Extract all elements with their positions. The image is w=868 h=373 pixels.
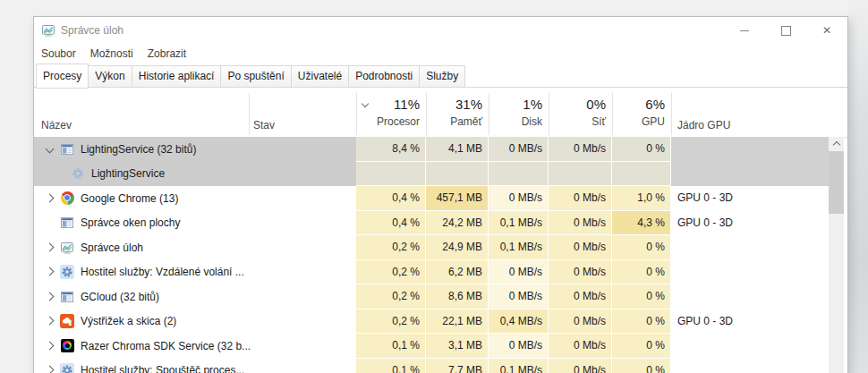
table-row[interactable]: Správce úloh0,2 %24,9 MB0,1 MB/s0 Mb/s0 …	[34, 235, 829, 260]
cell-network	[549, 162, 612, 187]
expand-chevron-icon[interactable]	[46, 366, 55, 373]
column-label-disk: Disk	[489, 112, 549, 128]
cell-network: 0 Mb/s	[549, 359, 612, 373]
expand-chevron-icon[interactable]	[46, 267, 55, 276]
tab-procesy[interactable]: Procesy	[36, 64, 89, 89]
process-name-cell[interactable]: GCloud (32 bitů)	[34, 284, 356, 309]
expand-chevron-icon[interactable]	[46, 242, 55, 251]
column-header-network[interactable]: 0%Síť	[549, 90, 612, 137]
menu-item-zobrazit[interactable]: Zobrazit	[140, 47, 193, 60]
table-row[interactable]: Google Chrome (13)0,4 %457,1 MB0 MB/s0 M…	[34, 186, 829, 211]
process-name: Google Chrome (13)	[81, 192, 178, 205]
table-row[interactable]: Hostitel služby: Spouštěč proces...0,1 %…	[34, 359, 829, 373]
cell-gpu: 0 %	[612, 309, 671, 335]
expand-chevron-icon[interactable]	[46, 341, 55, 350]
scroll-up-button[interactable]	[829, 137, 844, 152]
service-box-icon	[60, 363, 74, 373]
column-header-nazev[interactable]: Název	[41, 119, 72, 131]
column-header-memory[interactable]: 31%Paměť	[426, 90, 489, 137]
process-name: Správce úloh	[81, 242, 143, 254]
tab-po-spusteni[interactable]: Po spuštění	[220, 65, 291, 88]
process-name-cell[interactable]: Správce úloh	[34, 235, 356, 260]
cell-disk: 0,1 MB/s	[489, 359, 549, 373]
cell-cpu: 8,4 %	[356, 137, 426, 162]
process-name: LightingService (32 bitů)	[81, 143, 196, 156]
column-separator[interactable]	[426, 93, 427, 135]
expand-chevron-icon[interactable]	[46, 193, 55, 202]
cell-network: 0 Mb/s	[549, 334, 612, 359]
tab-podrobnosti[interactable]: Podrobnosti	[348, 65, 420, 88]
cell-gpu	[612, 162, 671, 187]
column-header-cpu[interactable]: 11%Procesor	[356, 90, 426, 137]
expand-chevron-icon[interactable]	[46, 317, 55, 326]
column-header-disk[interactable]: 1%Disk	[489, 90, 549, 137]
column-header-jadro-gpu[interactable]: Jádro GPU	[677, 119, 730, 131]
task-manager-app-icon	[41, 23, 55, 38]
cell-network: 0 Mb/s	[549, 284, 612, 309]
cell-gpu-engine	[671, 260, 829, 285]
column-total-network: 0%	[549, 90, 612, 112]
cell-cpu: 0,1 %	[356, 359, 426, 373]
process-name-cell[interactable]: Hostitel služby: Vzdálené volání ...	[34, 260, 356, 285]
tab-historie-aplikaci[interactable]: Historie aplikací	[132, 65, 222, 88]
collapse-chevron-icon[interactable]	[46, 144, 55, 153]
cell-cpu: 0,2 %	[356, 284, 426, 309]
tab-sluzby[interactable]: Služby	[419, 65, 465, 88]
process-name-cell[interactable]: Výstřižek a skica (2)	[34, 309, 356, 335]
column-separator[interactable]	[489, 93, 489, 135]
process-name-cell[interactable]: Hostitel služby: Spouštěč proces...	[34, 359, 356, 373]
column-separator[interactable]	[671, 93, 672, 135]
tab-uzivatele[interactable]: Uživatelé	[291, 65, 349, 88]
table-row[interactable]: Hostitel služby: Vzdálené volání ...0,2 …	[34, 260, 829, 285]
cell-gpu-engine: GPU 0 - 3D	[671, 186, 829, 211]
expand-chevron-icon[interactable]	[46, 292, 55, 301]
process-name: Razer Chroma SDK Service (32 b...	[81, 340, 251, 352]
column-separator[interactable]	[249, 93, 250, 135]
table-row[interactable]: Správce oken plochy0,4 %24,2 MB0,1 MB/s0…	[34, 211, 829, 236]
cell-memory: 4,1 MB	[426, 137, 489, 162]
table-row[interactable]: GCloud (32 bitů)0,2 %8,6 MB0 MB/s0 Mb/s0…	[34, 284, 829, 309]
cell-network: 0 Mb/s	[549, 235, 612, 260]
column-label-gpu: GPU	[612, 112, 671, 128]
minimize-button[interactable]	[724, 17, 765, 44]
menu-item-soubor[interactable]: Soubor	[41, 47, 83, 60]
scrollbar-thumb[interactable]	[829, 151, 844, 214]
table-row[interactable]: LightingService (32 bitů)8,4 %4,1 MB0 MB…	[34, 137, 829, 162]
column-total-gpu: 6%	[612, 90, 671, 112]
process-name-cell[interactable]: LightingService	[34, 162, 356, 187]
process-name-cell[interactable]: Správce oken plochy	[34, 211, 356, 236]
column-separator[interactable]	[612, 93, 613, 135]
table-row[interactable]: Výstřižek a skica (2)0,2 %22,1 MB0,4 MB/…	[34, 309, 829, 335]
cell-gpu-engine	[671, 137, 829, 162]
column-header-gpu[interactable]: 6%GPU	[612, 90, 671, 137]
service-gear-icon	[71, 166, 85, 181]
process-name-cell[interactable]: Razer Chroma SDK Service (32 b...	[34, 334, 356, 359]
cell-memory: 3,1 MB	[426, 334, 489, 359]
cell-disk: 0 MB/s	[489, 334, 549, 359]
process-name: GCloud (32 bitů)	[81, 291, 159, 303]
process-name: Hostitel služby: Vzdálené volání ...	[81, 266, 244, 278]
cell-gpu: 0 %	[612, 260, 671, 285]
table-row[interactable]: Razer Chroma SDK Service (32 b...0,1 %3,…	[34, 334, 829, 359]
maximize-icon	[781, 26, 791, 36]
cell-gpu: 1,0 %	[612, 186, 671, 211]
maximize-button[interactable]	[765, 17, 806, 44]
close-button[interactable]: ✕	[806, 17, 847, 44]
cell-cpu: 0,4 %	[356, 211, 426, 236]
column-separator[interactable]	[549, 93, 549, 135]
cell-network: 0 Mb/s	[549, 137, 612, 162]
chevron-up-icon	[832, 140, 839, 148]
title-bar[interactable]: Správce úloh ✕	[34, 17, 847, 44]
table-row[interactable]: LightingService	[34, 162, 829, 187]
menu-item-moznosti[interactable]: Možnosti	[83, 47, 140, 60]
task-manager-window: Správce úloh ✕ Soubor Možnosti Zobrazit …	[33, 16, 848, 373]
vertical-scrollbar[interactable]	[829, 137, 844, 373]
process-name-cell[interactable]: LightingService (32 bitů)	[34, 137, 356, 162]
column-separator[interactable]	[356, 93, 357, 135]
process-name-cell[interactable]: Google Chrome (13)	[34, 186, 356, 211]
tab-vykon[interactable]: Výkon	[88, 65, 132, 88]
cell-gpu-engine: GPU 0 - 3D	[671, 309, 829, 335]
cell-memory: 24,9 MB	[426, 235, 489, 260]
cell-cpu: 0,2 %	[356, 235, 426, 260]
column-header-stav[interactable]: Stav	[253, 119, 275, 131]
